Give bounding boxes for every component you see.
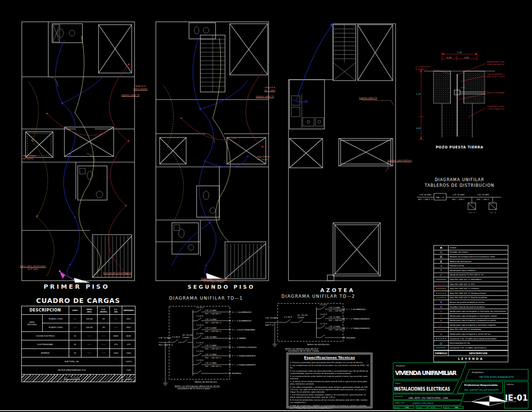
svg-text:2 N° 14 AWG: 2 N° 14 AWG	[205, 327, 216, 329]
legend-row: ▣Timbre	[434, 246, 508, 250]
wiring-blue	[172, 38, 248, 281]
line-icon	[434, 286, 449, 291]
legend-text: Tablero de distribucion.	[449, 260, 508, 263]
circuit-label: T — 1 TOMACORRIENTE	[232, 355, 256, 357]
svg-text:REJILLA DE F° CON TAPA: REJILLA DE F° CON TAPA	[487, 76, 505, 78]
line-icon	[434, 282, 449, 286]
svg-text:2 N° 12 AWG: 2 N° 12 AWG	[205, 345, 216, 347]
technical-specs: Especificaciones Técnicas 1. El ducto pr…	[287, 353, 372, 408]
legend: ▣Timbre⊡Pulsador de timbre.▥Medidor de e…	[433, 245, 508, 362]
legend-row: ✚Salida para caja octogonal y centro de …	[434, 332, 508, 337]
legend-row: Tubo PVC SAP 3/4" ∅ (Puerta levadiza).	[434, 296, 508, 301]
col-cant: CANT.	[69, 306, 81, 315]
circuit-label: C — 1 ALUMBRADO	[346, 308, 366, 311]
legend-row: Tubo PVC SAP 3/4" ∅ (INTERNET).	[434, 277, 508, 282]
svg-text:2 x 20 A: 2 x 20 A	[196, 315, 204, 317]
fixtures	[289, 25, 356, 128]
legend-rows: ▣Timbre⊡Pulsador de timbre.▥Medidor de e…	[434, 246, 508, 350]
callouts: (1) CONDUCTORN° 8 AWG Cu ABRAZADERA DE B…	[415, 61, 505, 110]
telefono-icon: ⚑	[434, 268, 449, 273]
ann-timbre-2: baja timbrede cocina.	[257, 156, 270, 161]
legend-text: Salida para caja octogonal y braquete en…	[449, 319, 508, 321]
td-title: DIAGRAMA UNIFILAR TD—2	[281, 294, 355, 299]
legend-text: Salida para caja octogonal y luminaria c…	[449, 324, 508, 326]
tierra-icon: ⇥	[434, 264, 449, 268]
ann-tv-1: Ingreso cable TV	[121, 94, 139, 97]
svg-text:2 N° 16 AWG: 2 N° 16 AWG	[205, 336, 216, 338]
svg-text:2 N° 12 AWG: 2 N° 12 AWG	[329, 326, 340, 328]
svg-text:2 N° 16 AWG: 2 N° 16 AWG	[420, 193, 432, 196]
dash-icon	[434, 337, 449, 341]
col-area: AREA (M2)	[81, 306, 98, 315]
fixtures	[174, 27, 261, 278]
svg-text:2 N° 10 AWG: 2 N° 10 AWG	[159, 337, 171, 339]
circuit-label: C — 4 TIMBRE	[232, 337, 246, 339]
svg-text:CAJA DE REGISTRO 25 x 25: CAJA DE REGISTRO 25 x 25	[487, 73, 505, 75]
legend-row: Tubo PVC SAP 3/4" ∅ (TV).	[434, 282, 508, 287]
col-descripcion: DESCRIPCION	[22, 306, 69, 315]
td-branch	[193, 371, 231, 375]
colg-icon: ⌀	[434, 323, 449, 327]
svg-text:TD—1: TD—1	[468, 211, 475, 214]
svg-text:N° 8 AWG Cu: N° 8 AWG Cu	[415, 68, 427, 70]
wiring-blue	[292, 24, 333, 103]
table-row: ELECTROBOMBA01 ———— 373373	[22, 340, 135, 349]
ann-alimentador-1: Sube cable alimentadoral 2° piso	[20, 265, 46, 270]
prof-value: ING. ANDRES VILLAR QUEVEDO	[464, 389, 499, 391]
spec-item: 1. El ducto proyectado para acometida se…	[290, 361, 369, 364]
plan2-title: SEGUNDO PISO	[188, 284, 255, 290]
circuit-label: C — 5 PUERTA LEVADIZA	[232, 346, 257, 348]
table-row: RESERVA01 ———— 10001000	[22, 349, 135, 357]
unifilar-td1: DIAGRAMA UNIFILAR TD—12 N° 10 AWGPVC—SAP…	[159, 294, 258, 391]
legend-row: Tubo PVC SAP 3/4" ∅ (Tomacorriente).	[434, 291, 508, 296]
legend-row: Tubo PVC SAP 5/8" ∅ (Timbre).	[434, 286, 508, 291]
td-branch	[316, 335, 345, 339]
legend-text: Salida para caja y telefono	[449, 269, 508, 272]
svg-text:0.30: 0.30	[447, 56, 451, 59]
legend-text: Salida para caja octogonal y centro de l…	[449, 333, 508, 335]
factor-row: FACTOR SIMULTANEIDAD (F.S) 0.80	[22, 366, 135, 375]
floorplan-segundo-piso	[153, 19, 280, 284]
legend-row: S³Salida para caja rectangular e interru…	[434, 309, 508, 314]
ground-section	[424, 71, 495, 137]
ubicacion-label: Ubicación:	[395, 395, 403, 397]
svg-text:ABRAZADERA DE BRONCE PARA: ABRAZADERA DE BRONCE PARA	[487, 61, 505, 63]
wiring-red	[181, 71, 263, 147]
pulsador-icon: ⊡	[434, 250, 449, 255]
load-table: CUADRO DE CARGAS DESCRIPCION CANT. AREA …	[21, 297, 135, 382]
legend-text: Salida para caja rectangular e interrupt…	[449, 310, 508, 312]
ann-telefono-3: Ingreso cable telefono	[388, 159, 412, 162]
tablero-icon: ▮	[434, 259, 449, 264]
legend-row: ▥Medidor de energia electrica monofasico…	[434, 255, 508, 259]
flow-arrow	[74, 278, 90, 283]
circuit-label: T — 2 TOMACORRIENTE	[232, 364, 256, 366]
legend-text: Conductor 2 N° 12 AWG, electroducto.	[449, 347, 508, 349]
td-note2: monofasico de 2x 20 A a 2 polos	[178, 387, 210, 390]
walls	[289, 24, 396, 281]
spec-item: 2. Las instalaciones de la vivienda func…	[290, 364, 369, 369]
legend-row: ⌀Salida para caja octogonal y luminaria …	[434, 323, 508, 328]
specs-title: Especificaciones Técnicas	[290, 356, 369, 360]
line-icon	[434, 277, 449, 282]
legend-text: Pulsador manual de puerta levadiza.	[449, 306, 508, 308]
proyecto-label: Proyecto:	[396, 365, 406, 367]
svg-text:SAP 1" ∅: SAP 1" ∅	[265, 324, 274, 326]
circuit-label: C — 3 ELECTROBOMBA	[232, 329, 255, 331]
svg-text:CONEXION VARILLA-CONDUCTOR: CONEXION VARILLA-CONDUCTOR	[487, 64, 505, 65]
legend-text: Tubo PVC SAP 3/4" ∅ (Tomacorriente).	[449, 292, 508, 294]
sensor-icon: ✹	[434, 300, 449, 304]
svg-text:PVC — SAP 3/4" ∅: PVC — SAP 3/4" ∅	[205, 366, 221, 367]
svg-text:PVC — SAP 3/4" ∅: PVC — SAP 3/4" ∅	[329, 320, 345, 321]
legend-row: Conductor 2 N° 10 AWG para salida alimen…	[434, 337, 508, 341]
td-input	[159, 339, 193, 342]
pulsadorm-icon: ▪	[434, 305, 449, 309]
fecha-value: 07 - 2010	[426, 406, 436, 409]
lamina-value: IE-01	[505, 393, 528, 403]
spec-item: 9. Para las conexiones y detalles no esp…	[290, 404, 369, 409]
walls	[22, 22, 135, 281]
legend-text: Tubo PVC SAP 3/4" ∅ (Puerta levadiza).	[449, 296, 508, 299]
s3-icon: S³	[434, 309, 449, 313]
legend-text: Salida de antena TV PVC SAP ∅ 15	[449, 274, 508, 276]
ann-red-concesionario: A la red del concesionario	[103, 272, 131, 275]
aprob-value: IND.	[455, 406, 459, 409]
